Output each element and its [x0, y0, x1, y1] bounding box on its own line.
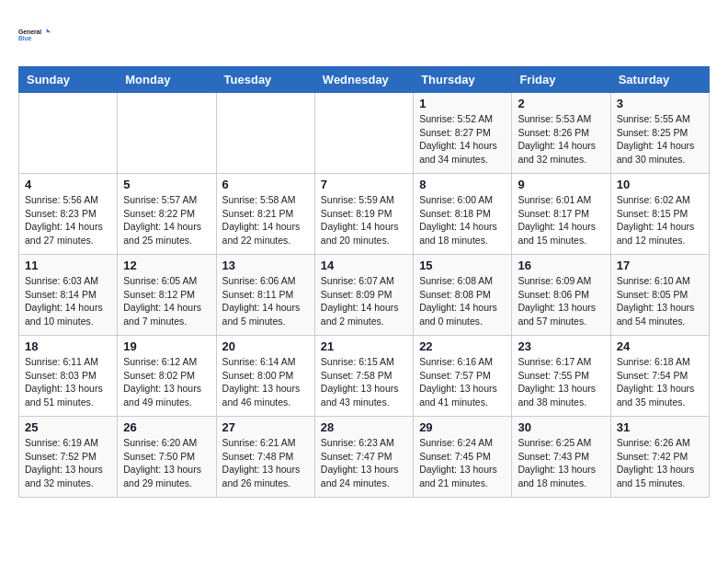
day-number: 21 [321, 339, 407, 353]
day-cell: 3Sunrise: 5:55 AMSunset: 8:25 PMDaylight… [610, 93, 709, 174]
day-number: 10 [617, 178, 703, 191]
day-info: Sunrise: 6:23 AMSunset: 7:47 PMDaylight:… [321, 436, 407, 490]
day-number: 12 [123, 259, 210, 272]
day-info: Sunrise: 6:18 AMSunset: 7:54 PMDaylight:… [617, 355, 703, 409]
day-cell: 17Sunrise: 6:10 AMSunset: 8:05 PMDayligh… [610, 255, 709, 336]
day-cell: 21Sunrise: 6:15 AMSunset: 7:58 PMDayligh… [314, 336, 413, 417]
col-header-wednesday: Wednesday [314, 67, 413, 93]
day-cell: 27Sunrise: 6:21 AMSunset: 7:48 PMDayligh… [216, 417, 314, 498]
day-number: 29 [419, 420, 506, 434]
day-number: 22 [419, 339, 506, 353]
day-cell: 13Sunrise: 6:06 AMSunset: 8:11 PMDayligh… [216, 255, 314, 336]
day-number: 25 [25, 420, 111, 434]
day-info: Sunrise: 6:00 AMSunset: 8:18 PMDaylight:… [419, 193, 506, 247]
day-info: Sunrise: 6:25 AMSunset: 7:43 PMDaylight:… [518, 436, 604, 490]
day-number: 5 [123, 178, 210, 191]
page-header: GeneralBlue [18, 18, 710, 52]
day-info: Sunrise: 6:24 AMSunset: 7:45 PMDaylight:… [419, 436, 506, 490]
calendar-table: SundayMondayTuesdayWednesdayThursdayFrid… [18, 66, 710, 498]
day-info: Sunrise: 6:20 AMSunset: 7:50 PMDaylight:… [123, 436, 210, 490]
day-cell [118, 93, 216, 174]
col-header-thursday: Thursday [414, 67, 512, 93]
day-info: Sunrise: 6:07 AMSunset: 8:09 PMDaylight:… [321, 274, 407, 328]
day-number: 11 [25, 259, 111, 272]
logo-icon: GeneralBlue [18, 18, 51, 52]
day-number: 31 [617, 420, 703, 434]
day-info: Sunrise: 5:59 AMSunset: 8:19 PMDaylight:… [321, 193, 407, 247]
day-number: 3 [617, 97, 703, 110]
day-cell: 10Sunrise: 6:02 AMSunset: 8:15 PMDayligh… [610, 174, 709, 255]
week-row-2: 4Sunrise: 5:56 AMSunset: 8:23 PMDaylight… [19, 174, 710, 255]
day-cell: 24Sunrise: 6:18 AMSunset: 7:54 PMDayligh… [610, 336, 709, 417]
svg-marker-2 [47, 29, 51, 33]
day-cell: 14Sunrise: 6:07 AMSunset: 8:09 PMDayligh… [314, 255, 413, 336]
day-cell: 2Sunrise: 5:53 AMSunset: 8:26 PMDaylight… [512, 93, 610, 174]
day-info: Sunrise: 5:53 AMSunset: 8:26 PMDaylight:… [518, 112, 604, 167]
day-info: Sunrise: 6:10 AMSunset: 8:05 PMDaylight:… [617, 274, 703, 328]
day-number: 19 [123, 339, 210, 353]
day-cell: 28Sunrise: 6:23 AMSunset: 7:47 PMDayligh… [314, 417, 413, 498]
svg-text:General: General [18, 29, 41, 35]
day-number: 14 [321, 259, 407, 272]
day-cell: 12Sunrise: 6:05 AMSunset: 8:12 PMDayligh… [118, 255, 216, 336]
week-row-4: 18Sunrise: 6:11 AMSunset: 8:03 PMDayligh… [19, 336, 710, 417]
day-number: 20 [222, 339, 309, 353]
day-cell: 5Sunrise: 5:57 AMSunset: 8:22 PMDaylight… [118, 174, 216, 255]
day-cell: 8Sunrise: 6:00 AMSunset: 8:18 PMDaylight… [414, 174, 512, 255]
day-number: 18 [25, 339, 111, 353]
day-info: Sunrise: 5:57 AMSunset: 8:22 PMDaylight:… [123, 193, 210, 247]
day-info: Sunrise: 6:17 AMSunset: 7:55 PMDaylight:… [518, 355, 604, 409]
day-number: 30 [518, 420, 604, 434]
day-cell [19, 93, 118, 174]
day-info: Sunrise: 6:14 AMSunset: 8:00 PMDaylight:… [222, 355, 309, 409]
day-info: Sunrise: 6:26 AMSunset: 7:42 PMDaylight:… [617, 436, 703, 490]
day-number: 26 [123, 420, 210, 434]
col-header-saturday: Saturday [610, 67, 709, 93]
day-number: 2 [518, 97, 604, 110]
day-info: Sunrise: 6:03 AMSunset: 8:14 PMDaylight:… [25, 274, 111, 328]
header-row: SundayMondayTuesdayWednesdayThursdayFrid… [19, 67, 710, 93]
day-cell: 31Sunrise: 6:26 AMSunset: 7:42 PMDayligh… [610, 417, 709, 498]
week-row-5: 25Sunrise: 6:19 AMSunset: 7:52 PMDayligh… [19, 417, 710, 498]
day-number: 4 [25, 178, 111, 191]
day-cell [216, 93, 314, 174]
day-cell: 9Sunrise: 6:01 AMSunset: 8:17 PMDaylight… [512, 174, 610, 255]
day-info: Sunrise: 6:12 AMSunset: 8:02 PMDaylight:… [123, 355, 210, 409]
day-number: 13 [222, 259, 309, 272]
day-cell: 4Sunrise: 5:56 AMSunset: 8:23 PMDaylight… [19, 174, 118, 255]
day-number: 9 [518, 178, 604, 191]
day-info: Sunrise: 5:56 AMSunset: 8:23 PMDaylight:… [25, 193, 111, 247]
logo: GeneralBlue [18, 18, 51, 52]
day-number: 1 [419, 97, 506, 110]
day-cell: 22Sunrise: 6:16 AMSunset: 7:57 PMDayligh… [414, 336, 512, 417]
day-cell: 7Sunrise: 5:59 AMSunset: 8:19 PMDaylight… [314, 174, 413, 255]
day-number: 15 [419, 259, 506, 272]
day-number: 27 [222, 420, 309, 434]
day-cell: 23Sunrise: 6:17 AMSunset: 7:55 PMDayligh… [512, 336, 610, 417]
day-number: 28 [321, 420, 407, 434]
day-cell: 29Sunrise: 6:24 AMSunset: 7:45 PMDayligh… [414, 417, 512, 498]
day-number: 16 [518, 259, 604, 272]
day-cell: 11Sunrise: 6:03 AMSunset: 8:14 PMDayligh… [19, 255, 118, 336]
day-info: Sunrise: 5:52 AMSunset: 8:27 PMDaylight:… [419, 112, 506, 167]
day-number: 24 [617, 339, 703, 353]
day-cell: 26Sunrise: 6:20 AMSunset: 7:50 PMDayligh… [118, 417, 216, 498]
day-number: 7 [321, 178, 407, 191]
day-number: 23 [518, 339, 604, 353]
day-number: 8 [419, 178, 506, 191]
day-cell: 18Sunrise: 6:11 AMSunset: 8:03 PMDayligh… [19, 336, 118, 417]
col-header-friday: Friday [512, 67, 610, 93]
day-cell: 20Sunrise: 6:14 AMSunset: 8:00 PMDayligh… [216, 336, 314, 417]
day-number: 17 [617, 259, 703, 272]
day-cell: 25Sunrise: 6:19 AMSunset: 7:52 PMDayligh… [19, 417, 118, 498]
day-cell [314, 93, 413, 174]
day-info: Sunrise: 6:15 AMSunset: 7:58 PMDaylight:… [321, 355, 407, 409]
svg-text:Blue: Blue [18, 35, 32, 41]
day-info: Sunrise: 6:01 AMSunset: 8:17 PMDaylight:… [518, 193, 604, 247]
col-header-monday: Monday [118, 67, 216, 93]
day-number: 6 [222, 178, 309, 191]
day-info: Sunrise: 6:19 AMSunset: 7:52 PMDaylight:… [25, 436, 111, 490]
day-info: Sunrise: 6:05 AMSunset: 8:12 PMDaylight:… [123, 274, 210, 328]
day-info: Sunrise: 6:02 AMSunset: 8:15 PMDaylight:… [617, 193, 703, 247]
week-row-3: 11Sunrise: 6:03 AMSunset: 8:14 PMDayligh… [19, 255, 710, 336]
